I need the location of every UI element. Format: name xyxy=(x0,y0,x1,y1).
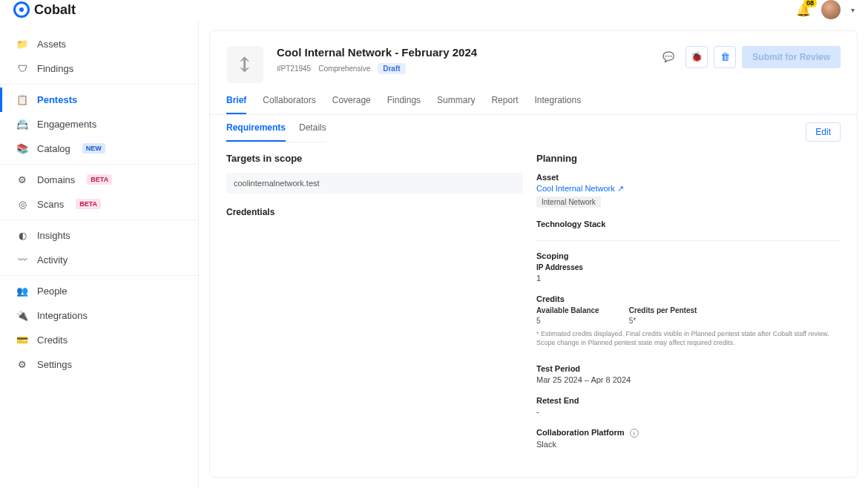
collab-platform-label: Collaboration Platform i xyxy=(536,428,841,438)
bug-icon: 🐞 xyxy=(691,51,703,62)
sidebar-badge: BETA xyxy=(87,174,112,185)
plug-icon: 🔌 xyxy=(16,310,28,321)
tab-findings[interactable]: Findings xyxy=(387,95,421,114)
sidebar-badge: BETA xyxy=(76,199,101,209)
briefcase-icon: 📇 xyxy=(16,119,28,130)
sub-tabs: RequirementsDetails xyxy=(226,122,326,142)
sidebar-item-label: Insights xyxy=(37,230,70,241)
sidebar-item-label: Domains xyxy=(37,174,75,185)
credentials-heading: Credentials xyxy=(226,207,523,217)
user-avatar[interactable] xyxy=(821,0,841,19)
brand-logo-icon xyxy=(13,1,30,18)
retest-end-label: Retest End xyxy=(536,396,841,405)
available-balance-value: 5 xyxy=(536,317,599,325)
sidebar-item-label: People xyxy=(37,286,67,297)
credits-fineprint: * Estimated credits displayed. Final cre… xyxy=(536,325,841,352)
sidebar-item-label: Findings xyxy=(37,63,73,74)
target-icon: ◎ xyxy=(16,199,28,210)
asset-tag: Internal Network xyxy=(536,197,601,208)
ip-label: IP Addresses xyxy=(536,263,841,271)
sidebar-item-label: Credits xyxy=(37,334,68,346)
planning-heading: Planning xyxy=(536,153,841,164)
pulse-icon: 〰 xyxy=(16,254,28,266)
tab-brief[interactable]: Brief xyxy=(226,95,246,114)
edit-button[interactable]: Edit xyxy=(806,122,841,142)
info-icon[interactable]: i xyxy=(630,429,639,438)
tab-integrations[interactable]: Integrations xyxy=(534,95,581,114)
sidebar-item-credits[interactable]: 💳Credits xyxy=(0,328,198,352)
user-menu-caret-icon[interactable]: ▾ xyxy=(851,6,855,14)
credits-per-pentest-value: 5* xyxy=(629,317,697,325)
sidebar-item-insights[interactable]: ◐Insights xyxy=(0,223,198,248)
sidebar-item-label: Integrations xyxy=(37,310,88,321)
shield-icon: 🛡 xyxy=(16,63,28,74)
credits-per-pentest-label: Credits per Pentest xyxy=(629,306,697,314)
target-value: coolinternalnetwork.test xyxy=(226,173,523,194)
sidebar-item-assets[interactable]: 📁Assets xyxy=(0,32,198,56)
divider xyxy=(536,240,841,241)
test-period-label: Test Period xyxy=(536,364,841,373)
comment-icon: 💬 xyxy=(662,51,674,62)
card-icon: 💳 xyxy=(16,334,28,346)
external-link-icon: ↗ xyxy=(617,184,624,193)
subtab-details[interactable]: Details xyxy=(299,122,326,142)
page-title: Cool Internal Network - February 2024 xyxy=(277,46,477,59)
status-badge: Draft xyxy=(378,63,405,74)
sidebar-item-pentests[interactable]: 📋Pentests xyxy=(0,88,198,112)
sidebar-item-engagements[interactable]: 📇Engagements xyxy=(0,112,198,136)
pentest-id: #PT21945 xyxy=(277,65,311,73)
sitemap-icon: ⚙ xyxy=(16,174,28,185)
sidebar-item-integrations[interactable]: 🔌Integrations xyxy=(0,303,198,328)
sidebar-item-label: Scans xyxy=(37,199,64,210)
tab-summary[interactable]: Summary xyxy=(437,95,475,114)
sidebar-item-label: Pentests xyxy=(37,94,77,105)
gear-icon: ⚙ xyxy=(16,359,28,370)
asset-label: Asset xyxy=(536,173,841,182)
sidebar: 📁Assets🛡Findings📋Pentests📇Engagements📚Ca… xyxy=(0,20,199,488)
tech-stack-label: Technology Stack xyxy=(536,220,841,228)
brand-name: Cobalt xyxy=(34,2,76,18)
sidebar-badge: NEW xyxy=(82,143,105,154)
comment-button[interactable]: 💬 xyxy=(657,46,680,68)
sidebar-item-label: Activity xyxy=(37,254,68,266)
folder-icon: 📁 xyxy=(16,39,28,50)
credits-label: Credits xyxy=(536,294,841,303)
sidebar-item-label: Assets xyxy=(37,39,66,50)
test-period-value: Mar 25 2024 – Apr 8 2024 xyxy=(536,375,841,384)
retest-end-value: - xyxy=(536,407,841,416)
available-balance-label: Available Balance xyxy=(536,306,599,314)
collab-platform-value: Slack xyxy=(536,440,841,449)
sidebar-item-label: Settings xyxy=(37,359,72,370)
subtab-requirements[interactable]: Requirements xyxy=(226,122,286,142)
sidebar-item-people[interactable]: 👥People xyxy=(0,279,198,303)
pie-icon: ◐ xyxy=(16,230,28,241)
ip-value: 1 xyxy=(536,274,841,283)
pentest-type: Comprehensive xyxy=(318,65,370,73)
pentest-thumb: ⤡ xyxy=(226,46,263,83)
scoping-label: Scoping xyxy=(536,251,841,260)
bug-button[interactable]: 🐞 xyxy=(685,46,708,68)
main-tabs: BriefCollaboratorsCoverageFindingsSummar… xyxy=(210,83,857,115)
clipboard-icon: 📋 xyxy=(16,94,28,105)
notifications-bell[interactable]: 🔔 08 xyxy=(796,3,811,17)
sidebar-item-activity[interactable]: 〰Activity xyxy=(0,248,198,272)
sidebar-item-label: Catalog xyxy=(37,143,70,154)
sidebar-item-findings[interactable]: 🛡Findings xyxy=(0,56,198,81)
sidebar-item-scans[interactable]: ◎ScansBETA xyxy=(0,192,198,217)
tab-collaborators[interactable]: Collaborators xyxy=(263,95,315,114)
sidebar-item-settings[interactable]: ⚙Settings xyxy=(0,352,198,377)
delete-button[interactable]: 🗑 xyxy=(714,46,736,68)
tab-coverage[interactable]: Coverage xyxy=(332,95,371,114)
trash-icon: 🗑 xyxy=(720,51,730,62)
brand-logo[interactable]: Cobalt xyxy=(13,1,76,18)
sidebar-item-catalog[interactable]: 📚CatalogNEW xyxy=(0,136,198,161)
targets-heading: Targets in scope xyxy=(226,153,523,164)
asset-link[interactable]: Cool Internal Network ↗ xyxy=(536,184,624,193)
submit-for-review-button[interactable]: Submit for Review xyxy=(742,46,841,68)
sidebar-item-label: Engagements xyxy=(37,119,96,130)
people-icon: 👥 xyxy=(16,286,28,297)
tab-report[interactable]: Report xyxy=(491,95,518,114)
book-icon: 📚 xyxy=(16,143,28,154)
sidebar-item-domains[interactable]: ⚙DomainsBETA xyxy=(0,168,198,192)
notifications-badge: 08 xyxy=(803,0,817,7)
